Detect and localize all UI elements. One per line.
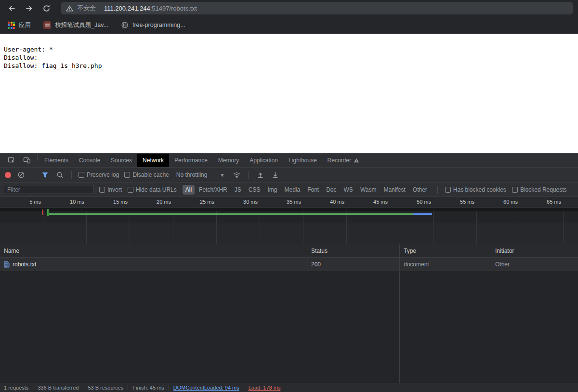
tab-application[interactable]: Application	[244, 154, 283, 167]
summary-divider	[33, 385, 33, 391]
request-initiator-cell[interactable]: Other	[491, 258, 573, 271]
filter-type-all[interactable]: All	[183, 185, 195, 195]
filter-input[interactable]	[4, 185, 93, 194]
devtools-tool-icons	[3, 154, 36, 167]
request-name-cell[interactable]: robots.txt	[0, 258, 307, 271]
transferred-size: 336 B transferred	[38, 385, 79, 391]
record-button[interactable]	[5, 172, 11, 178]
import-har-icon[interactable]	[255, 170, 265, 180]
browser-toolbar: 不安全 111.200.241.244:51497/robots.txt	[0, 0, 578, 16]
filter-funnel-icon[interactable]	[40, 170, 50, 180]
disable-cache-checkbox[interactable]: Disable cache	[124, 171, 169, 178]
finish-time: Finish: 45 ms	[132, 385, 164, 391]
apps-grid-icon	[8, 22, 15, 29]
summary-divider	[169, 385, 169, 391]
tab-console[interactable]: Console	[74, 154, 105, 167]
column-header-type[interactable]: Type	[400, 244, 491, 257]
filter-type-css[interactable]: CSS	[246, 185, 263, 195]
request-type-cell[interactable]: document	[400, 258, 491, 271]
column-header-status[interactable]: Status	[307, 244, 400, 257]
requests-count: 1 requests	[4, 385, 28, 391]
robots-line: User-agent: *	[4, 45, 578, 53]
security-label[interactable]: 不安全	[77, 4, 96, 13]
back-button[interactable]	[5, 1, 18, 15]
inspect-icon[interactable]	[7, 156, 16, 165]
filter-type-ws[interactable]: WS	[341, 185, 356, 195]
filter-type-other[interactable]: Other	[410, 185, 430, 195]
filter-type-js[interactable]: JS	[232, 185, 244, 195]
robots-line: Disallow:	[4, 53, 578, 62]
column-header-name[interactable]: Name	[0, 244, 307, 257]
device-toolbar-icon[interactable]	[22, 156, 32, 165]
network-summary-bar: 1 requests 336 B transferred 53 B resour…	[0, 383, 578, 392]
not-secure-icon	[66, 5, 73, 12]
request-type-filters: All Fetch/XHR JS CSS Img Media Font Doc …	[183, 185, 430, 195]
devtools-panel: Elements Console Sources Network Perform…	[0, 153, 578, 392]
bookmark-item[interactable]: free-programming...	[121, 21, 185, 29]
page-content: User-agent: * Disallow: Disallow: f1ag_1…	[0, 34, 578, 153]
invert-checkbox[interactable]: Invert	[99, 186, 122, 193]
address-bar[interactable]: 不安全 111.200.241.244:51497/robots.txt	[61, 2, 573, 14]
request-status-cell[interactable]: 200	[307, 258, 400, 271]
export-har-icon[interactable]	[270, 170, 280, 180]
timeline-waterfall-overview[interactable]	[0, 208, 578, 244]
toolbar-divider	[248, 171, 249, 179]
chevron-down-icon: ▼	[220, 172, 224, 178]
clear-icon[interactable]	[16, 170, 26, 180]
tab-lighthouse[interactable]: Lighthouse	[283, 154, 322, 167]
empty-column	[491, 271, 573, 383]
timeline-tick: 5 ms	[0, 197, 43, 207]
column-header-initiator[interactable]: Initiator	[491, 244, 573, 257]
has-blocked-cookies-checkbox[interactable]: Has blocked cookies	[445, 186, 506, 193]
table-row[interactable]: robots.txt 200 document Other	[0, 258, 578, 271]
back-icon	[8, 4, 16, 13]
tab-performance[interactable]: Performance	[169, 154, 213, 167]
hide-data-urls-checkbox[interactable]: Hide data URLs	[128, 186, 177, 193]
request-name: robots.txt	[13, 261, 36, 268]
globe-icon	[121, 21, 129, 29]
filter-type-fetch-xhr[interactable]: Fetch/XHR	[196, 185, 230, 195]
url-host: 111.200.241.244	[104, 5, 150, 12]
empty-column	[400, 271, 491, 383]
network-overview-timeline: 5 ms 10 ms 15 ms 20 ms 25 ms 30 ms 35 ms…	[0, 197, 578, 244]
request-bar-green	[49, 213, 413, 215]
filter-type-doc[interactable]: Doc	[323, 185, 339, 195]
devtools-tabbar: Elements Console Sources Network Perform…	[0, 154, 578, 168]
document-icon	[4, 261, 10, 268]
filter-type-manifest[interactable]: Manifest	[381, 185, 408, 195]
filter-type-font[interactable]: Font	[304, 185, 322, 195]
forward-icon	[25, 4, 33, 13]
blocked-requests-label: Blocked Requests	[520, 186, 567, 193]
bookmarks-bar: 应用 校招笔试真题_Jav... free-programming...	[0, 16, 578, 34]
apps-label: 应用	[19, 21, 31, 29]
tab-elements[interactable]: Elements	[39, 154, 74, 167]
checkbox-icon	[124, 172, 130, 178]
network-conditions-icon[interactable]	[232, 170, 241, 180]
tab-label: Application	[250, 157, 278, 164]
warning-icon	[354, 157, 359, 163]
refresh-button[interactable]	[39, 1, 53, 15]
bookmark-item[interactable]: 校招笔试真题_Jav...	[43, 21, 108, 29]
search-icon[interactable]	[55, 170, 65, 180]
timeline-tick: 45 ms	[347, 197, 390, 207]
tab-memory[interactable]: Memory	[213, 154, 244, 167]
requests-table: Name Status Type Initiator robots.txt 20…	[0, 244, 578, 383]
apps-shortcut[interactable]: 应用	[8, 21, 31, 29]
checkbox-icon	[79, 172, 84, 178]
tab-network[interactable]: Network	[137, 154, 169, 167]
forward-button[interactable]	[22, 1, 36, 15]
filter-type-wasm[interactable]: Wasm	[357, 185, 380, 195]
tab-recorder[interactable]: Recorder	[322, 154, 365, 167]
dom-content-loaded-time: DOMContentLoaded: 94 ms	[173, 385, 239, 391]
throttling-dropdown[interactable]: No throttling ▼	[174, 171, 227, 178]
timeline-tick: 60 ms	[477, 197, 520, 207]
tab-sources[interactable]: Sources	[105, 154, 137, 167]
filter-type-media[interactable]: Media	[281, 185, 303, 195]
url-text: 111.200.241.244:51497/robots.txt	[104, 5, 197, 12]
blocked-requests-checkbox[interactable]: Blocked Requests	[512, 186, 567, 193]
tab-label: Memory	[218, 157, 239, 164]
request-overflow-cell	[573, 258, 578, 271]
filter-type-img[interactable]: Img	[264, 185, 280, 195]
timeline-top-strip	[0, 208, 578, 211]
preserve-log-checkbox[interactable]: Preserve log	[79, 171, 119, 178]
